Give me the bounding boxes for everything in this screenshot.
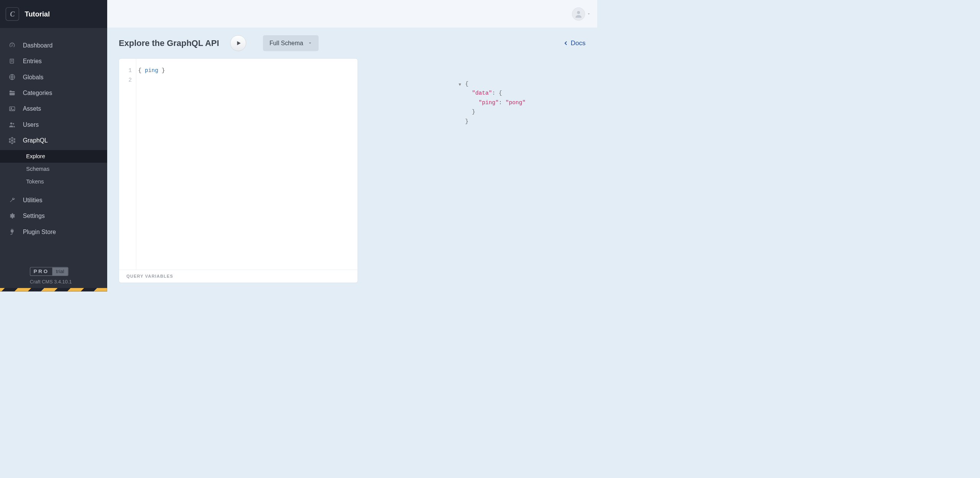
schema-selector-label: Full Schema: [270, 39, 303, 47]
sidebar-item-label: Dashboard: [23, 42, 53, 49]
graphql-icon: [8, 137, 16, 144]
execute-button[interactable]: [230, 35, 246, 51]
sidebar-item-label: Entries: [23, 57, 42, 65]
response-line: "ping": "pong": [465, 98, 526, 107]
page-content: Explore the GraphQL API Full Schema Docs: [107, 28, 597, 291]
folder-icon: [8, 89, 16, 97]
sidebar-item-label: Settings: [23, 212, 45, 219]
app-title[interactable]: Tutorial: [25, 10, 50, 18]
docs-link[interactable]: Docs: [563, 39, 585, 47]
line-number: 1: [119, 66, 132, 75]
response-line: }: [465, 117, 526, 126]
edition-trial-label: trial: [52, 267, 68, 275]
sidebar-item-label: Users: [23, 121, 39, 128]
svg-point-11: [577, 11, 580, 14]
sidebar-item-graphql[interactable]: GraphQL: [0, 133, 107, 148]
wrench-icon: [8, 196, 16, 204]
version-text: Craft CMS 3.4.10.1: [30, 279, 107, 285]
sidebar-item-globals[interactable]: Globals: [0, 69, 107, 85]
response-line: {: [465, 79, 526, 88]
svg-point-10: [14, 141, 15, 142]
query-code[interactable]: { ping }: [136, 59, 358, 270]
query-editor[interactable]: 1 2 { ping }: [119, 59, 358, 270]
query-variables-toggle[interactable]: QUERY VARIABLES: [119, 270, 358, 283]
sidebar-item-label: Categories: [23, 89, 52, 97]
query-editor-panel: 1 2 { ping } QUERY VARIABLES: [119, 58, 358, 283]
sidebar-item-dashboard[interactable]: Dashboard: [0, 38, 107, 53]
schema-selector[interactable]: Full Schema: [263, 35, 318, 51]
sidebar-item-label: Plugin Store: [23, 228, 56, 236]
chevron-down-icon: [308, 41, 312, 45]
sidebar-subitem-schemas[interactable]: Schemas: [0, 163, 107, 175]
sidebar-item-assets[interactable]: Assets: [0, 101, 107, 116]
svg-point-5: [11, 137, 12, 138]
user-icon: [574, 10, 583, 18]
svg-point-7: [9, 139, 10, 139]
gauge-icon: [8, 41, 16, 49]
sidebar-item-categories[interactable]: Categories: [0, 85, 107, 101]
sidebar-item-label: Tokens: [26, 178, 44, 185]
sidebar-item-plugin-store[interactable]: Plugin Store: [0, 224, 107, 239]
image-icon: [8, 105, 16, 113]
line-gutter: 1 2: [119, 59, 136, 270]
app-logo[interactable]: C: [6, 7, 19, 21]
sidebar-item-entries[interactable]: Entries: [0, 53, 107, 69]
play-icon: [236, 40, 242, 47]
docs-link-label: Docs: [571, 39, 586, 47]
response-line: "data": {: [465, 89, 526, 98]
gear-icon: [8, 212, 16, 220]
user-menu[interactable]: [572, 7, 591, 20]
svg-point-2: [11, 108, 11, 108]
users-icon: [8, 121, 16, 129]
svg-point-4: [13, 123, 14, 124]
svg-point-6: [11, 143, 12, 144]
svg-point-3: [10, 123, 12, 124]
graphql-subnav: Explore Schemas Tokens: [0, 149, 107, 192]
globe-icon: [8, 73, 16, 81]
sidebar-item-label: GraphQL: [23, 137, 48, 144]
sidebar-item-label: Utilities: [23, 196, 42, 204]
edition-badge[interactable]: PRO trial: [30, 267, 69, 276]
main-nav: Dashboard Entries Globals Categories Ass…: [0, 28, 107, 240]
sidebar-subitem-explore[interactable]: Explore: [0, 150, 107, 163]
edition-pro-label: PRO: [30, 267, 52, 275]
toolbar: Explore the GraphQL API Full Schema Docs: [119, 28, 585, 58]
query-variables-label: QUERY VARIABLES: [126, 274, 173, 279]
sidebar-item-utilities[interactable]: Utilities: [0, 192, 107, 208]
svg-point-8: [14, 139, 15, 139]
svg-point-9: [9, 141, 10, 142]
plug-icon: [8, 228, 16, 236]
avatar: [572, 7, 585, 20]
collapse-toggle-icon[interactable]: ▼: [459, 80, 461, 89]
line-number: 2: [119, 75, 132, 85]
sidebar-item-label: Schemas: [26, 166, 49, 172]
news-icon: [8, 57, 16, 65]
chevron-down-icon: [587, 12, 591, 16]
sidebar-item-label: Explore: [26, 153, 45, 160]
page-title: Explore the GraphQL API: [119, 38, 219, 48]
topbar: [107, 0, 597, 28]
sidebar-item-settings[interactable]: Settings: [0, 208, 107, 224]
chevron-left-icon: [563, 40, 569, 46]
sidebar-item-users[interactable]: Users: [0, 117, 107, 133]
sidebar-header: C Tutorial: [0, 0, 107, 28]
response-viewer[interactable]: ▼ { "data": { "ping": "pong" } }: [465, 79, 526, 126]
sidebar: C Tutorial Dashboard Entries Globals Cat…: [0, 0, 107, 291]
dev-mode-stripe: [0, 288, 107, 291]
main: Explore the GraphQL API Full Schema Docs: [107, 0, 597, 291]
response-line: }: [465, 107, 526, 116]
sidebar-subitem-tokens[interactable]: Tokens: [0, 175, 107, 188]
sidebar-item-label: Assets: [23, 105, 41, 113]
logo-letter: C: [10, 10, 15, 18]
sidebar-item-label: Globals: [23, 74, 44, 81]
